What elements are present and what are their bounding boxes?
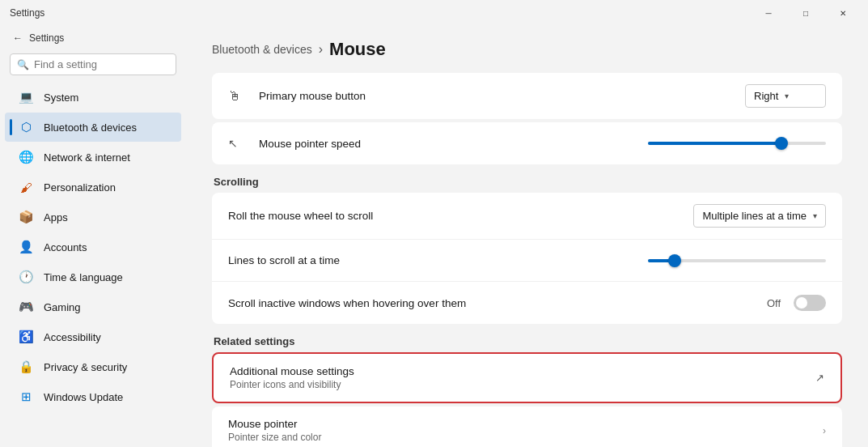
scroll-inactive-label: Scroll inactive windows when hovering ov…: [228, 297, 767, 309]
scroll-inactive-control: Off: [767, 295, 826, 311]
slider-fill: [648, 142, 781, 145]
personalization-label: Personalization: [44, 181, 116, 194]
scroll-inactive-toggle[interactable]: [794, 295, 826, 311]
sidebar-item-accessibility[interactable]: ♿ Accessibility: [5, 322, 181, 351]
apps-icon: 📦: [18, 209, 34, 225]
mouse-pointer-sublabel: Pointer size and color: [228, 432, 823, 443]
primary-button-label: Primary mouse button: [259, 90, 745, 102]
gaming-icon: 🎮: [18, 299, 34, 315]
window-controls: ─ □ ✕: [750, 0, 862, 26]
bluetooth-label: Bluetooth & devices: [44, 121, 137, 134]
accounts-icon: 👤: [18, 239, 34, 255]
external-link-icon: ↗: [815, 372, 824, 384]
app-body: ← Settings 🔍 💻 System ⬡ Bluetooth & devi…: [0, 26, 868, 447]
sidebar-item-privacy[interactable]: 🔒 Privacy & security: [5, 352, 181, 381]
mouse-icon: 🖱: [228, 89, 248, 104]
sidebar-item-gaming[interactable]: 🎮 Gaming: [5, 292, 181, 321]
mouse-pointer-labels: Mouse pointer Pointer size and color: [228, 418, 823, 443]
network-icon: 🌐: [18, 149, 34, 165]
search-icon: 🔍: [17, 59, 29, 70]
windows-icon: ⊞: [18, 389, 34, 405]
system-icon: 💻: [18, 89, 34, 105]
primary-button-control: Right ▾: [745, 84, 826, 108]
bluetooth-icon: ⬡: [18, 119, 34, 135]
slider-track: [648, 142, 826, 145]
sidebar-item-personalization[interactable]: 🖌 Personalization: [5, 172, 181, 202]
mouse-pointer-control: ›: [823, 425, 826, 436]
primary-button-dropdown[interactable]: Right ▾: [745, 84, 826, 108]
sidebar-item-system[interactable]: 💻 System: [5, 83, 181, 112]
search-input[interactable]: [34, 58, 170, 70]
network-label: Network & internet: [44, 151, 130, 164]
lines-scroll-slider[interactable]: [648, 259, 826, 262]
lines-scroll-label: Lines to scroll at a time: [228, 254, 648, 266]
nav-list: 💻 System ⬡ Bluetooth & devices 🌐 Network…: [0, 82, 186, 412]
minimize-button[interactable]: ─: [750, 0, 787, 26]
primary-button-row: 🖱 Primary mouse button Right ▾: [212, 73, 842, 119]
scroll-inactive-value: Off: [767, 297, 781, 309]
mouse-pointer-card: Mouse pointer Pointer size and color ›: [212, 407, 842, 447]
dropdown-arrow-icon2: ▾: [813, 211, 817, 220]
roll-wheel-value: Multiple lines at a time: [702, 210, 807, 222]
time-label: Time & language: [44, 271, 123, 283]
breadcrumb-separator: ›: [319, 42, 323, 57]
primary-button-value: Right: [754, 90, 778, 102]
sidebar: ← Settings 🔍 💻 System ⬡ Bluetooth & devi…: [0, 26, 186, 447]
sidebar-item-bluetooth[interactable]: ⬡ Bluetooth & devices: [5, 113, 181, 142]
slider-thumb[interactable]: [775, 137, 788, 150]
accessibility-label: Accessibility: [44, 331, 101, 343]
scrolling-card: Roll the mouse wheel to scroll Multiple …: [212, 193, 842, 324]
breadcrumb: Bluetooth & devices › Mouse: [212, 39, 842, 60]
sidebar-back[interactable]: ← Settings: [0, 26, 186, 50]
sidebar-item-apps[interactable]: 📦 Apps: [5, 202, 181, 232]
titlebar: Settings ─ □ ✕: [0, 0, 868, 26]
pointer-speed-row: ↖ Mouse pointer speed: [212, 122, 842, 164]
lines-scroll-control: [648, 259, 826, 262]
time-icon: 🕐: [18, 269, 34, 285]
additional-mouse-control: ↗: [815, 372, 824, 384]
privacy-icon: 🔒: [18, 359, 34, 375]
slider-thumb2[interactable]: [668, 254, 681, 267]
apps-label: Apps: [44, 211, 68, 224]
accessibility-icon: ♿: [18, 329, 34, 345]
pointer-speed-card: ↖ Mouse pointer speed: [212, 122, 842, 164]
sidebar-title: Settings: [29, 32, 64, 44]
app-title: Settings: [10, 7, 44, 19]
toggle-knob: [796, 297, 807, 309]
pointer-speed-control: [648, 142, 826, 145]
main-content: Bluetooth & devices › Mouse 🖱 Primary mo…: [186, 26, 868, 447]
pointer-speed-label: Mouse pointer speed: [259, 138, 648, 150]
additional-mouse-row[interactable]: Additional mouse settings Pointer icons …: [214, 354, 840, 402]
scroll-inactive-row: Scroll inactive windows when hovering ov…: [212, 282, 842, 324]
pointer-icon: ↖: [228, 137, 248, 150]
system-label: System: [44, 92, 78, 104]
sidebar-item-network[interactable]: 🌐 Network & internet: [5, 143, 181, 172]
search-box[interactable]: 🔍: [10, 53, 176, 75]
maximize-button[interactable]: □: [787, 0, 824, 26]
windows-label: Windows Update: [44, 391, 123, 403]
page-title: Mouse: [329, 39, 386, 60]
sidebar-item-accounts[interactable]: 👤 Accounts: [5, 232, 181, 262]
mouse-pointer-label: Mouse pointer: [228, 418, 823, 430]
chevron-right-icon: ›: [823, 425, 826, 436]
sidebar-item-windows[interactable]: ⊞ Windows Update: [5, 382, 181, 411]
roll-wheel-control: Multiple lines at a time ▾: [693, 204, 826, 228]
dropdown-arrow-icon: ▾: [785, 92, 789, 100]
roll-wheel-row: Roll the mouse wheel to scroll Multiple …: [212, 193, 842, 240]
personalization-icon: 🖌: [18, 179, 34, 195]
slider-track2: [648, 259, 826, 262]
privacy-label: Privacy & security: [44, 361, 127, 373]
primary-button-card: 🖱 Primary mouse button Right ▾: [212, 73, 842, 119]
related-settings-heading: Related settings: [212, 335, 842, 347]
gaming-label: Gaming: [44, 301, 81, 313]
additional-mouse-labels: Additional mouse settings Pointer icons …: [230, 365, 815, 390]
breadcrumb-parent[interactable]: Bluetooth & devices: [212, 43, 312, 56]
accounts-label: Accounts: [44, 241, 87, 253]
roll-wheel-dropdown[interactable]: Multiple lines at a time ▾: [693, 204, 826, 228]
mouse-pointer-row[interactable]: Mouse pointer Pointer size and color ›: [212, 407, 842, 447]
scrolling-heading: Scrolling: [212, 176, 842, 188]
pointer-speed-slider[interactable]: [648, 142, 826, 145]
sidebar-item-time[interactable]: 🕐 Time & language: [5, 262, 181, 292]
close-button[interactable]: ✕: [824, 0, 862, 26]
additional-mouse-label: Additional mouse settings: [230, 365, 815, 377]
